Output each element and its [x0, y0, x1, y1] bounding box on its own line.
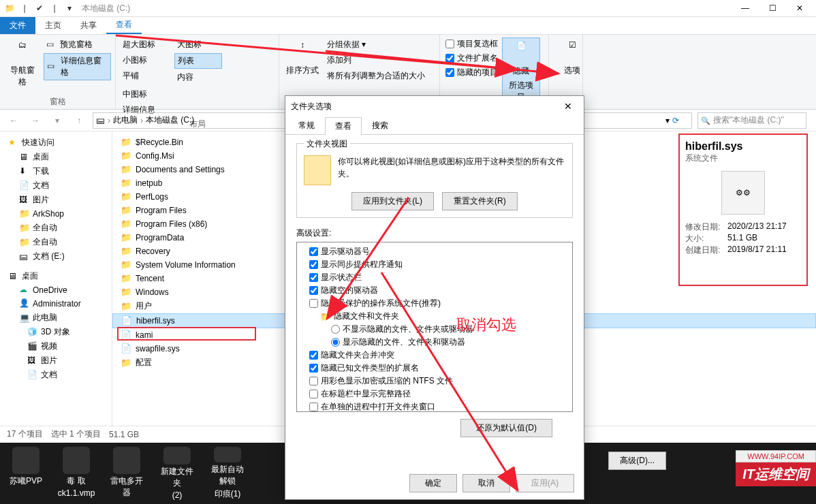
folder-icon: 📁 — [3, 1, 16, 15]
shortcut-label: 毒 取 — [67, 475, 85, 487]
tree-fullauto1[interactable]: 全自动 — [0, 221, 112, 235]
tab-share[interactable]: 共享 — [71, 17, 106, 34]
adv-option[interactable]: 在标题栏中显示完整路径 — [300, 388, 569, 400]
tab-home[interactable]: 主页 — [35, 17, 71, 34]
file-name: Recovery — [136, 247, 170, 256]
adv-option[interactable]: 显示状态栏 — [300, 271, 569, 284]
desktop-shortcut[interactable]: 苏曦PVP — [7, 447, 45, 500]
desktop-shortcut[interactable]: 新建文件夹(2) — [158, 447, 196, 500]
options-button[interactable]: ☑ 选项 — [553, 37, 591, 79]
search-input[interactable]: 搜索"本地磁盘 (C:)" — [697, 112, 806, 129]
details-modified-label: 修改日期: — [685, 221, 723, 233]
dialog-body: 文件夹视图 你可以将此视图(如详细信息或图标)应用于这种类型的所有文件夹。 应用… — [285, 135, 584, 467]
dialog-tab-general[interactable]: 常规 — [288, 116, 325, 134]
tree-desktop2[interactable]: 桌面 — [0, 269, 112, 283]
view-list[interactable]: 列表 — [174, 53, 222, 69]
dialog-close-button[interactable]: ✕ — [558, 101, 578, 112]
nav-pane-label: 导航窗格 — [7, 65, 38, 88]
group-by-button[interactable]: 分组依据 ▾ — [324, 37, 428, 52]
nav-tree[interactable]: 快速访问 桌面 ⬇下载 📄文档 🖼图片 ArkShop 全自动 全自动 文档 (… — [0, 131, 112, 426]
up-button[interactable]: ↑ — [71, 112, 87, 129]
maximize-button[interactable]: ☐ — [759, 0, 786, 17]
tree-fullauto2[interactable]: 全自动 — [0, 235, 112, 249]
tree-doc-e[interactable]: 文档 (E:) — [0, 249, 112, 264]
file-name: ProgramData — [136, 233, 184, 242]
tree-onedrive[interactable]: OneDrive — [0, 283, 112, 297]
dropdown-icon[interactable]: ▾ — [63, 1, 76, 15]
tree-downloads[interactable]: ⬇下载 — [0, 164, 112, 178]
view-small-icons[interactable]: 小图标 — [120, 53, 172, 67]
desktop-shortcut[interactable]: 最新自动解锁印痕(1) — [208, 447, 247, 500]
advanced-settings-list[interactable]: 显示驱动器号显示同步提供程序通知显示状态栏隐藏空的驱动器隐藏受保护的操作系统文件… — [296, 242, 573, 412]
hidden-items-checkbox[interactable]: 隐藏的项目 — [444, 66, 499, 79]
preview-pane-button[interactable]: ▭预览窗格 — [44, 37, 111, 52]
adv-option[interactable]: 隐藏文件夹合并冲突 — [300, 349, 569, 362]
desktop-shortcut[interactable]: 毒 取ck1.1.vmp — [57, 447, 95, 500]
adv-option-label: 隐藏文件夹合并冲突 — [321, 349, 394, 361]
adv-option[interactable]: 隐藏空的驱动器 — [300, 284, 569, 297]
apply-button[interactable]: 应用(A) — [516, 474, 574, 492]
adv-option[interactable]: 在单独的进程中打开文件夹窗口 — [300, 400, 569, 412]
adv-option[interactable]: 显示隐藏的文件、文件夹和驱动器 — [300, 336, 569, 349]
chevron-icon — [108, 116, 110, 125]
checkmark-icon[interactable]: ✔ — [33, 1, 46, 15]
folder-icon — [121, 259, 131, 270]
tree-quick-access[interactable]: 快速访问 — [0, 136, 112, 150]
search-icon — [701, 116, 710, 125]
tree-admin[interactable]: Administrator — [0, 297, 112, 311]
view-extra-large-icons[interactable]: 超大图标 — [120, 37, 172, 52]
advanced-settings-label: 高级设置: — [296, 227, 573, 239]
details-pane-button[interactable]: ▭详细信息窗格 — [44, 53, 111, 80]
view-contents[interactable]: 内容 — [174, 70, 222, 84]
view-tiles[interactable]: 平铺 — [120, 69, 172, 83]
navigation-pane-button[interactable]: 🗂 导航窗格 — [4, 37, 41, 95]
adv-option[interactable]: 显示驱动器号 — [300, 245, 569, 258]
shortcut-label: 苏曦PVP — [10, 475, 42, 487]
view-large-icons[interactable]: 大图标 — [174, 37, 222, 52]
item-checkboxes[interactable]: 项目复选框 — [444, 37, 499, 50]
adv-option[interactable]: 用彩色显示加密或压缩的 NTFS 文件 — [300, 375, 569, 388]
tree-videos[interactable]: 🎬视频 — [0, 339, 112, 353]
file-icon — [121, 343, 131, 354]
user-icon — [19, 298, 30, 309]
restore-defaults-button[interactable]: 还原为默认值(D) — [460, 419, 552, 437]
advanced-button[interactable]: 高级(D)... — [608, 452, 666, 470]
adv-option[interactable]: 隐藏已知文件类型的扩展名 — [300, 362, 569, 375]
tree-documents[interactable]: 📄文档 — [0, 178, 112, 193]
tree-documents2[interactable]: 📄文档 — [0, 368, 112, 382]
tab-file[interactable]: 文件 — [0, 17, 35, 34]
tree-pictures[interactable]: 🖼图片 — [0, 193, 112, 207]
desktop-shortcut[interactable]: 雷电多开器 — [108, 447, 146, 500]
shortcut-icon — [113, 447, 140, 474]
adv-option[interactable]: 显示同步提供程序通知 — [300, 258, 569, 271]
breadcrumb-pc[interactable]: 此电脑 — [113, 114, 138, 126]
tab-view[interactable]: 查看 — [106, 17, 142, 34]
file-extensions-checkbox[interactable]: 文件扩展名 — [444, 52, 499, 65]
folder-icon — [121, 137, 131, 148]
view-medium-icons[interactable]: 中图标 — [120, 87, 174, 101]
back-button[interactable]: ← — [5, 112, 22, 129]
apply-to-folders-button[interactable]: 应用到文件夹(L) — [351, 192, 434, 210]
add-column-button[interactable]: 添加列 — [324, 53, 428, 67]
refresh-button[interactable] — [672, 116, 689, 125]
tree-thispc[interactable]: 此电脑 — [0, 311, 112, 325]
dialog-tab-view[interactable]: 查看 — [325, 117, 362, 135]
sort-by-button[interactable]: ↕ 排序方式 — [283, 37, 321, 95]
adv-option[interactable]: 隐藏受保护的操作系统文件(推荐) — [300, 297, 569, 310]
forward-button[interactable]: → — [27, 112, 44, 129]
adv-option[interactable]: 不显示隐藏的文件、文件夹或驱动器 — [300, 323, 569, 336]
tree-desktop[interactable]: 桌面 — [0, 150, 112, 164]
tree-3dobjects[interactable]: 🧊3D 对象 — [0, 325, 112, 339]
cancel-button[interactable]: 取消 — [462, 474, 510, 492]
dialog-tab-search[interactable]: 搜索 — [362, 116, 398, 134]
minimize-button[interactable]: — — [732, 0, 759, 17]
folder-icon — [19, 223, 30, 234]
tree-arkshop[interactable]: ArkShop — [0, 207, 112, 221]
reset-folders-button[interactable]: 重置文件夹(R) — [442, 192, 518, 210]
size-all-columns-button[interactable]: 将所有列调整为合适的大小 — [324, 69, 428, 83]
breadcrumb-drive[interactable]: 本地磁盘 (C:) — [146, 114, 194, 126]
tree-pictures2[interactable]: 🖼图片 — [0, 353, 112, 368]
close-button[interactable]: ✕ — [786, 0, 813, 17]
ok-button[interactable]: 确定 — [409, 474, 457, 492]
recent-dropdown[interactable]: ▾ — [49, 112, 65, 129]
